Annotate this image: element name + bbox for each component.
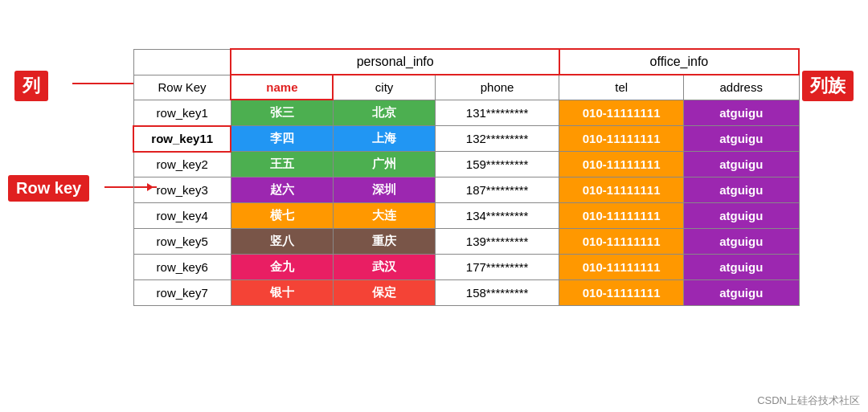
watermark: CSDN上硅谷技术社区: [757, 394, 860, 408]
cell-phone: 139*********: [435, 229, 559, 255]
cell-phone: 187*********: [435, 177, 559, 203]
cell-tel: 010-11111111: [559, 203, 684, 229]
cell-name: 横七: [231, 203, 333, 229]
cell-rowkey: row_key6: [133, 255, 231, 280]
table-row: row_key5竖八重庆139*********010-11111111atgu…: [133, 229, 799, 255]
personal-info-header: personal_info: [231, 49, 559, 75]
rowkey-header-empty: [133, 49, 231, 75]
cell-address: atguigu: [683, 255, 799, 280]
col-header-address: address: [683, 75, 799, 100]
lie-label: 列: [14, 71, 48, 101]
cell-address: atguigu: [683, 152, 799, 177]
cell-city: 深圳: [333, 177, 435, 203]
cell-name: 王五: [231, 152, 333, 177]
cell-phone: 131*********: [435, 100, 559, 126]
data-table: personal_info office_info Row Key name c…: [133, 48, 800, 306]
table-row: row_key2王五广州159*********010-11111111atgu…: [133, 152, 799, 177]
cell-city: 保定: [333, 280, 435, 306]
cell-tel: 010-11111111: [559, 177, 684, 203]
cell-name: 李四: [231, 126, 333, 152]
col-header-city: city: [333, 75, 435, 100]
cell-city: 武汉: [333, 255, 435, 280]
rowkey-label: Row key: [8, 175, 89, 202]
table-row: row_key1张三北京131*********010-11111111atgu…: [133, 100, 799, 126]
cell-rowkey: row_key5: [133, 229, 231, 255]
cell-name: 张三: [231, 100, 333, 126]
col-header-rowkey: Row Key: [133, 75, 231, 100]
cell-rowkey: row_key1: [133, 100, 231, 126]
cell-rowkey: row_key7: [133, 280, 231, 306]
cell-address: atguigu: [683, 203, 799, 229]
table-row: row_key11李四上海132*********010-11111111atg…: [133, 126, 799, 152]
cell-address: atguigu: [683, 126, 799, 152]
table-body: row_key1张三北京131*********010-11111111atgu…: [133, 100, 799, 306]
column-header-row: Row Key name city phone tel address: [133, 75, 799, 100]
cell-phone: 132*********: [435, 126, 559, 152]
cell-tel: 010-11111111: [559, 255, 684, 280]
cell-address: atguigu: [683, 100, 799, 126]
col-header-name: name: [231, 75, 333, 100]
table-row: row_key7银十保定158*********010-11111111atgu…: [133, 280, 799, 306]
cell-city: 重庆: [333, 229, 435, 255]
col-header-phone: phone: [435, 75, 559, 100]
cell-tel: 010-11111111: [559, 229, 684, 255]
cell-rowkey: row_key11: [133, 126, 231, 152]
col-header-tel: tel: [559, 75, 684, 100]
cell-tel: 010-11111111: [559, 280, 684, 306]
cell-rowkey: row_key2: [133, 152, 231, 177]
liezu-label: 列族: [802, 71, 854, 101]
table-row: row_key6金九武汉177*********010-11111111atgu…: [133, 255, 799, 280]
cell-phone: 158*********: [435, 280, 559, 306]
cell-city: 上海: [333, 126, 435, 152]
cell-phone: 159*********: [435, 152, 559, 177]
cell-tel: 010-11111111: [559, 152, 684, 177]
cell-rowkey: row_key3: [133, 177, 231, 203]
cell-name: 赵六: [231, 177, 333, 203]
cell-address: atguigu: [683, 280, 799, 306]
cell-address: atguigu: [683, 177, 799, 203]
cell-city: 大连: [333, 203, 435, 229]
cell-address: atguigu: [683, 229, 799, 255]
cell-tel: 010-11111111: [559, 126, 684, 152]
cell-phone: 134*********: [435, 203, 559, 229]
cell-city: 北京: [333, 100, 435, 126]
cell-name: 竖八: [231, 229, 333, 255]
cell-name: 金九: [231, 255, 333, 280]
cell-rowkey: row_key4: [133, 203, 231, 229]
table-row: row_key4横七大连134*********010-11111111atgu…: [133, 203, 799, 229]
cf-header-row: personal_info office_info: [133, 49, 799, 75]
office-info-header: office_info: [559, 49, 799, 75]
cell-phone: 177*********: [435, 255, 559, 280]
cell-tel: 010-11111111: [559, 100, 684, 126]
cell-name: 银十: [231, 280, 333, 306]
cell-city: 广州: [333, 152, 435, 177]
main-container: 列 列族 Row key personal_info office_info R…: [0, 0, 868, 412]
table-row: row_key3赵六深圳187*********010-11111111atgu…: [133, 177, 799, 203]
table-wrapper: personal_info office_info Row Key name c…: [133, 48, 800, 306]
